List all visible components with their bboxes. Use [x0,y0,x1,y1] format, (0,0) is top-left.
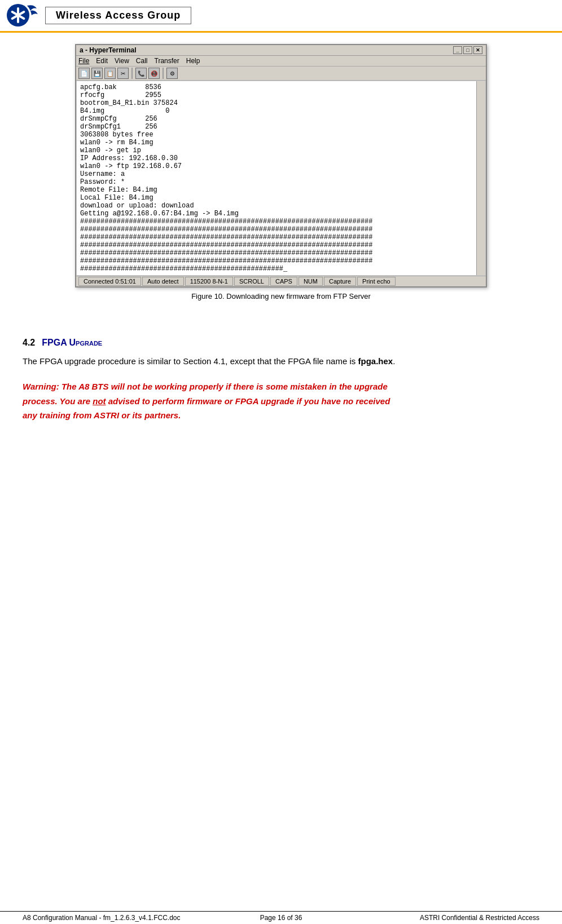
toolbar-icon-4[interactable]: ✂ [117,68,129,79]
menu-transfer[interactable]: Transfer [155,57,179,65]
status-connected: Connected 0:51:01 [78,277,141,286]
terminal-line: ########################################… [80,249,472,257]
terminal-line: IP Address: 192.168.0.30 [80,154,472,162]
terminal-line: rfocfg 2955 [80,91,472,99]
toolbar-sep-1 [131,68,133,79]
footer-page: Page 16 of 36 [195,914,367,922]
toolbar-icon-1[interactable]: 📄 [78,68,90,79]
terminal-titlebar: a - HyperTerminal _ □ ✕ [76,45,486,56]
close-button[interactable]: ✕ [473,46,482,54]
terminal-line: ########################################… [80,265,472,273]
terminal-line: drSnmpCfg 256 [80,115,472,123]
status-caps: CAPS [270,277,297,286]
toolbar-sep-2 [163,68,164,79]
terminal-line: wlan0 -> ftp 192.168.0.67 [80,162,472,170]
menu-call[interactable]: Call [136,57,148,65]
footer-left: A8 Configuration Manual - fm_1.2.6.3_v4.… [23,914,195,922]
section-number: 4.2 [23,338,35,348]
section-bold-text: fpga.hex [358,356,393,366]
toolbar-icon-5[interactable]: 📞 [135,68,147,79]
status-auto-detect: Auto detect [142,277,184,286]
footer-right: ASTRI Confidential & Restricted Access [367,914,539,922]
toolbar-icon-6[interactable]: 📵 [148,68,160,79]
toolbar-icon-3[interactable]: 📋 [104,68,116,79]
terminal-line: bootrom_B4_R1.bin 375824 [80,99,472,107]
status-print-echo: Print echo [357,277,396,286]
page-header: Wireless Access Group [0,0,562,33]
status-num: NUM [298,277,323,286]
terminal-line: wlan0 -> get ip [80,147,472,154]
figure-caption: Figure 10. Downloading new firmware from… [23,292,539,300]
warning-text-1: Warning: The A8 BTS will not be working … [23,382,388,391]
status-capture: Capture [324,277,356,286]
main-content: a - HyperTerminal _ □ ✕ File Edit View C… [0,33,562,445]
minimize-button[interactable]: _ [453,46,462,54]
terminal-line: Local File: B4.img [80,194,472,202]
terminal-line: ########################################… [80,233,472,241]
titlebar-buttons: _ □ ✕ [453,46,482,54]
terminal-line: Username: a [80,170,472,178]
status-baud: 115200 8-N-1 [185,277,233,286]
logo-area [6,3,39,28]
terminal-line: apcfg.bak 8536 [80,83,472,91]
menu-view[interactable]: View [115,57,129,65]
section-heading: 4.2 FPGA Upgrade [23,338,539,348]
section-body-text: The FPGA upgrade procedure is similar to… [23,356,355,366]
terminal-line: B4.img 0 [80,107,472,115]
status-scroll: SCROLL [234,277,269,286]
toolbar-icon-2[interactable]: 💾 [91,68,103,79]
toolbar-icon-7[interactable]: ⚙ [166,68,178,79]
footer-center: Page 16 of 36 [195,914,367,922]
maximize-button[interactable]: □ [463,46,472,54]
terminal-scrollbar[interactable] [476,81,485,275]
terminal-statusbar: Connected 0:51:01 Auto detect 115200 8-N… [76,276,486,286]
section-body: The FPGA upgrade procedure is similar to… [23,355,539,368]
terminal-body: apcfg.bak 8536 rfocfg 2955 bootrom_B4_R1… [76,81,486,276]
terminal-line: ########################################… [80,257,472,265]
header-title: Wireless Access Group [45,7,191,24]
terminal-menubar: File Edit View Call Transfer Help [76,56,486,67]
terminal-line: 3063808 bytes free [80,131,472,139]
terminal-toolbar: 📄 💾 📋 ✂ 📞 📵 ⚙ [76,67,486,81]
terminal-line: Password: * [80,178,472,186]
warning-text-4: any training from ASTRI or its partners. [23,410,181,420]
terminal-text: apcfg.bak 8536 rfocfg 2955 bootrom_B4_R1… [80,83,472,273]
section-body-end: . [393,356,395,366]
terminal-line: drSnmpCfg1 256 [80,123,472,131]
section-title: FPGA Upgrade [42,338,102,348]
warning-block: Warning: The A8 BTS will not be working … [23,379,539,423]
warning-underline: not [93,396,106,406]
warning-text-3: advised to perform firmware or FPGA upgr… [108,396,390,406]
terminal-line: wlan0 -> rm B4.img [80,139,472,147]
terminal-title: a - HyperTerminal [80,46,136,54]
terminal-window: a - HyperTerminal _ □ ✕ File Edit View C… [75,44,487,288]
menu-file[interactable]: File [78,57,89,65]
terminal-line: download or upload: download [80,202,472,210]
menu-help[interactable]: Help [186,57,200,65]
warning-text-2: process. You are [23,396,90,406]
terminal-line: ########################################… [80,241,472,249]
astri-logo [6,3,39,28]
terminal-line: ########################################… [80,226,472,233]
terminal-line: Remote File: B4.img [80,186,472,194]
terminal-line: ########################################… [80,218,472,226]
terminal-line: Getting a@192.168.0.67:B4.img -> B4.img [80,210,472,218]
page-footer: A8 Configuration Manual - fm_1.2.6.3_v4.… [0,911,562,924]
menu-edit[interactable]: Edit [96,57,108,65]
